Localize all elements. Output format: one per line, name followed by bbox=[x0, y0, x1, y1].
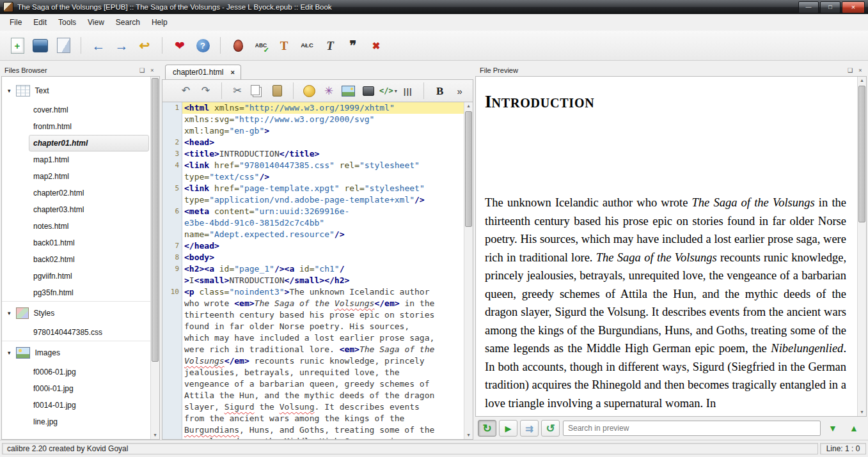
code-line[interactable]: who wrote <em>The Saga of the Volsungs</… bbox=[182, 298, 464, 309]
scrollbar-thumb[interactable] bbox=[465, 111, 472, 227]
code-line[interactable]: slayer, Sigurd the Volsung. It describes… bbox=[182, 401, 464, 413]
code-line[interactable]: xmlns:svg="http://www.w3.org/2000/svg" bbox=[182, 114, 464, 125]
preview-search-input[interactable] bbox=[563, 421, 821, 436]
change-case-button[interactable]: AŁC bbox=[296, 34, 318, 57]
float-panel-icon[interactable]: ❑ bbox=[846, 67, 855, 74]
find-previous-button[interactable]: ▲ bbox=[845, 421, 863, 436]
menu-view[interactable]: View bbox=[82, 15, 110, 30]
section-styles[interactable]: ▾Styles bbox=[2, 301, 159, 324]
scrollbar-thumb[interactable] bbox=[152, 78, 159, 362]
file-item-cover.html[interactable]: cover.html bbox=[29, 102, 149, 118]
tab-chapter01[interactable]: chapter01.html × bbox=[165, 65, 241, 79]
find-next-button[interactable]: ▼ bbox=[824, 421, 842, 436]
smarten-punctuation-button[interactable]: ❞ bbox=[342, 34, 364, 57]
code-line[interactable]: from the ancient wars among the kings of… bbox=[182, 413, 464, 424]
code-line[interactable]: >I<small>NTRODUCTION</small></h2> bbox=[182, 275, 464, 286]
scroll-down-icon[interactable]: ▾ bbox=[151, 431, 159, 439]
scroll-up-icon[interactable]: ▴ bbox=[858, 77, 866, 84]
scroll-down-icon[interactable]: ▾ bbox=[858, 408, 866, 416]
code-line[interactable]: </head> bbox=[182, 240, 464, 252]
cut-button[interactable]: ✂ bbox=[228, 82, 247, 100]
check-book-button[interactable] bbox=[227, 34, 249, 57]
menu-tools[interactable]: Tools bbox=[52, 15, 82, 30]
code-line[interactable]: vengeance of a barbarian queen, greedy s… bbox=[182, 378, 464, 390]
copy-button[interactable] bbox=[248, 82, 267, 100]
editor-scrollbar[interactable]: ▴ ▾ bbox=[464, 102, 473, 439]
file-item-f000i-01.jpg[interactable]: f000i-01.jpg bbox=[29, 380, 149, 397]
float-panel-icon[interactable]: ❑ bbox=[138, 67, 146, 74]
code-line[interactable]: <meta content="urn:uuid:3269916e- bbox=[182, 206, 464, 217]
code-line[interactable]: <h2><a id="page_1"/><a id="ch1"/ bbox=[182, 263, 464, 275]
code-line[interactable]: Volsungs</em> recounts runic knowledge, … bbox=[182, 355, 464, 367]
code-line[interactable]: same legends as the Middle High German e… bbox=[182, 436, 464, 439]
insert-table-button[interactable]: ||| bbox=[398, 82, 417, 100]
file-item-pgviifn.html[interactable]: pgviifn.html bbox=[29, 268, 149, 284]
save-book-button[interactable] bbox=[52, 34, 74, 57]
donate-button[interactable]: ❤ bbox=[169, 34, 191, 57]
menu-edit[interactable]: Edit bbox=[28, 15, 52, 30]
code-line[interactable]: <link href="page-template.xpgt" rel="sty… bbox=[182, 183, 464, 194]
code-line[interactable]: found in far older Norse poetry. His sou… bbox=[182, 321, 464, 332]
minimize-button[interactable]: — bbox=[798, 1, 819, 13]
file-item-pg35fn.html[interactable]: pg35fn.html bbox=[29, 284, 149, 301]
files-scrollbar[interactable]: ▾ bbox=[150, 77, 159, 439]
menu-search[interactable]: Search bbox=[110, 15, 146, 30]
help-button[interactable]: ? bbox=[192, 34, 214, 57]
transform-text-button[interactable]: T bbox=[319, 34, 341, 57]
file-item-chapter03.html[interactable]: chapter03.html bbox=[29, 201, 149, 218]
code-line[interactable]: <link href="9780140447385.css" rel="styl… bbox=[182, 160, 464, 171]
back-button[interactable]: ← bbox=[88, 34, 109, 57]
menu-file[interactable]: File bbox=[4, 15, 28, 30]
code-line[interactable]: <title>INTRODUCTION</title> bbox=[182, 148, 464, 160]
close-panel-icon[interactable]: × bbox=[856, 67, 865, 74]
section-text[interactable]: ▾Text bbox=[2, 79, 159, 102]
code-line[interactable]: <head> bbox=[182, 137, 464, 148]
code-line[interactable]: thirteenth century based his prose epic … bbox=[182, 309, 464, 321]
code-line[interactable]: type="application/vnd.adobe-page-templat… bbox=[182, 194, 464, 206]
code-line[interactable]: type="text/css"/> bbox=[182, 171, 464, 183]
file-item-9780140447385.css[interactable]: 9780140447385.css bbox=[29, 324, 149, 341]
code-line[interactable]: e3be-4bdd-91c0-3815d2c7c4bb" bbox=[182, 217, 464, 229]
file-item-map1.html[interactable]: map1.html bbox=[29, 151, 149, 168]
code-line[interactable]: <body> bbox=[182, 252, 464, 263]
sync-preview-button[interactable]: ⇉ bbox=[520, 420, 539, 437]
scroll-up-icon[interactable]: ▴ bbox=[464, 102, 473, 110]
scrollbar-thumb[interactable] bbox=[858, 86, 865, 222]
file-item-line.jpg[interactable]: line.jpg bbox=[29, 414, 149, 430]
menu-help[interactable]: Help bbox=[146, 15, 173, 30]
live-preview-button[interactable]: ▶ bbox=[499, 420, 517, 437]
file-item-chapter02.html[interactable]: chapter02.html bbox=[29, 185, 149, 201]
redo-button[interactable]: ↷ bbox=[196, 82, 215, 100]
reload-preview-button[interactable]: ↺ bbox=[541, 420, 560, 437]
file-item-frontm.html[interactable]: frontm.html bbox=[29, 118, 149, 135]
spellcheck-button[interactable]: ABC✓ bbox=[250, 34, 272, 57]
revert-button[interactable]: ↩ bbox=[134, 34, 155, 57]
undo-button[interactable]: ↶ bbox=[177, 82, 195, 100]
forward-button[interactable]: → bbox=[111, 34, 132, 57]
code-line[interactable]: <html xmlns="http://www.w3.org/1999/xhtm… bbox=[182, 102, 464, 114]
code-editor[interactable]: 1<html xmlns="http://www.w3.org/1999/xht… bbox=[162, 102, 473, 440]
file-item-map2.html[interactable]: map2.html bbox=[29, 168, 149, 185]
refresh-preview-button[interactable]: ↻ bbox=[478, 420, 496, 437]
scroll-down-icon[interactable]: ▾ bbox=[464, 431, 473, 439]
maximize-button[interactable]: □ bbox=[820, 1, 840, 13]
preview-scrollbar[interactable]: ▴ ▾ bbox=[857, 77, 866, 416]
code-line[interactable]: xml:lang="en-gb"> bbox=[182, 125, 464, 137]
insert-special-character-button[interactable] bbox=[300, 82, 319, 100]
title-bar[interactable]: The Saga of the Volsungs [EPUB] :: The S… bbox=[0, 0, 868, 14]
close-panel-icon[interactable]: × bbox=[148, 67, 157, 74]
remove-unused-css-button[interactable]: ✖ bbox=[365, 34, 387, 57]
insert-symbol-button[interactable]: ✳ bbox=[320, 82, 338, 100]
file-item-chapter01.html[interactable]: chapter01.html bbox=[29, 135, 149, 151]
tab-close-icon[interactable]: × bbox=[230, 68, 234, 76]
bold-button[interactable]: B bbox=[430, 82, 449, 100]
insert-image-button[interactable] bbox=[340, 82, 358, 100]
insert-special-char-button[interactable]: T bbox=[273, 34, 295, 57]
code-line[interactable]: Burgundians, Huns, and Goths, treating s… bbox=[182, 424, 464, 436]
code-line[interactable]: were rich in traditional lore. <em>The S… bbox=[182, 344, 464, 355]
more-tools-button[interactable]: » bbox=[450, 82, 469, 100]
section-images[interactable]: ▾Images bbox=[2, 341, 159, 364]
paste-button[interactable] bbox=[268, 82, 287, 100]
code-line[interactable]: <p class="noindent3">The unknown Iceland… bbox=[182, 286, 464, 298]
open-book-button[interactable] bbox=[29, 34, 51, 57]
